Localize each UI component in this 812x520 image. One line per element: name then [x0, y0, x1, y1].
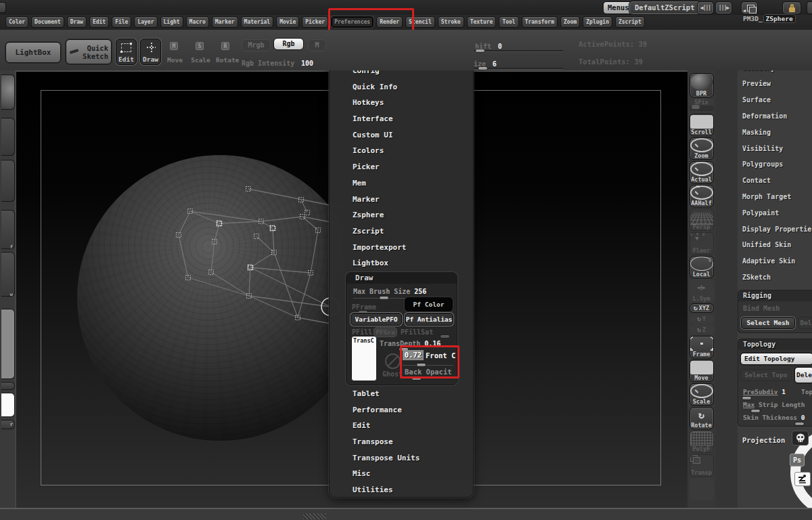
variable-pfo-button[interactable]: VariablePFO: [351, 313, 402, 326]
shelf-button[interactable]: Move: [690, 360, 714, 382]
alpha-thumbnail[interactable]: [1, 160, 15, 202]
rgb-button[interactable]: Rgb: [273, 38, 304, 50]
skull-icon[interactable]: [792, 431, 809, 446]
preferences-menu-item[interactable]: Icolors: [330, 143, 474, 159]
draw-size-knob[interactable]: [478, 66, 488, 70]
edit-topology-button[interactable]: Edit Topology: [740, 353, 812, 365]
material-thumbnail[interactable]: w: [1, 252, 15, 297]
preferences-menu-item[interactable]: Tablet: [330, 386, 474, 402]
shelf-button[interactable]: L.Sym: [690, 280, 714, 302]
quick-sketch-button[interactable]: Quick Sketch: [66, 39, 112, 64]
shelf-button[interactable]: Scroll: [690, 114, 714, 136]
menubar-item[interactable]: Preferences: [331, 16, 374, 28]
menubar-item[interactable]: Zscript: [615, 16, 645, 28]
menubar-item[interactable]: Layer: [134, 16, 157, 28]
max-brush-size-slider[interactable]: Max Brush Size 256: [353, 288, 426, 295]
draw-button[interactable]: Draw: [140, 39, 161, 65]
pf-color-swatch-button[interactable]: Pf Color: [405, 297, 453, 311]
shelf-button[interactable]: PolyF: [690, 431, 714, 453]
menubar-item[interactable]: Material: [241, 16, 274, 28]
pf-antialias-button[interactable]: Pf Antialias: [405, 313, 453, 326]
shelf-button[interactable]: AAHalf: [690, 185, 714, 207]
preferences-menu-item[interactable]: Hotkeys: [330, 95, 474, 111]
preferences-menu-item[interactable]: Zsphere: [330, 207, 474, 223]
edit-button[interactable]: Edit: [116, 39, 137, 65]
preferences-menu-item[interactable]: Transpose: [330, 434, 474, 450]
delete-topo-button-partial[interactable]: Dele: [794, 367, 812, 383]
shelf-button[interactable]: Z: [690, 325, 714, 334]
preferences-menu-item[interactable]: Lightbox: [330, 255, 474, 272]
palette-section-item[interactable]: ZSketch: [738, 269, 812, 286]
default-zscript-button[interactable]: DefaultZScript: [629, 1, 701, 15]
palette-section-item[interactable]: Morph Target: [738, 189, 812, 205]
skin-thickness-slider[interactable]: Skin Thickness 0: [743, 414, 805, 421]
palette-section-item[interactable]: Adaptive Skin: [738, 253, 812, 269]
partial-button-left[interactable]: [0, 2, 6, 13]
palette-section-item[interactable]: Visibility: [738, 141, 812, 157]
shelf-button[interactable]: Scale: [690, 383, 714, 406]
scroll-left-icon[interactable]: ◀|||: [697, 1, 714, 14]
select-mesh-button[interactable]: Select Mesh: [741, 317, 795, 329]
shelf-button[interactable]: Frame: [690, 336, 714, 358]
stroke-thumbnail[interactable]: [1, 118, 15, 156]
menubar-item[interactable]: Marker: [212, 16, 238, 28]
palette-section-item[interactable]: Deformation: [738, 108, 812, 125]
preferences-menu-item[interactable]: Interface: [330, 111, 474, 127]
preferences-menu-item[interactable]: Transpose Units: [330, 450, 474, 467]
palette-section-item[interactable]: Display Propertie: [738, 221, 812, 238]
draw-subpanel-header[interactable]: Draw: [346, 273, 457, 284]
zbrush-logo-icon[interactable]: [794, 472, 811, 486]
brush-thumbnail[interactable]: [1, 74, 15, 110]
menubar-item[interactable]: Tool: [499, 16, 518, 28]
focal-shift-knob[interactable]: [475, 49, 485, 53]
presubdiv-knob[interactable]: [742, 396, 752, 400]
shelf-button[interactable]: Persp: [690, 209, 714, 231]
shelf-button[interactable]: SPix: [690, 99, 714, 112]
menubar-item[interactable]: Texture: [467, 16, 497, 28]
shelf-button[interactable]: Actual: [690, 161, 714, 183]
palette-section-item[interactable]: Polypaint: [738, 205, 812, 221]
palette-section-item[interactable]: Surface: [738, 92, 812, 108]
secondary-color-swatch[interactable]: [1, 393, 15, 417]
skin-thickness-knob[interactable]: [794, 422, 805, 426]
switch-color-button[interactable]: r: [1, 420, 15, 429]
shelf-button[interactable]: Transp: [690, 454, 714, 477]
palette-section-item[interactable]: Preview: [738, 76, 812, 92]
preferences-menu-item[interactable]: Utilities: [330, 482, 474, 498]
preferences-menu-item[interactable]: Picker: [330, 159, 474, 175]
photoshop-badge-icon[interactable]: Ps: [790, 454, 805, 467]
top-slider-partial[interactable]: Top: [801, 388, 812, 395]
shelf-button[interactable]: Y: [690, 314, 714, 324]
shelf-button[interactable]: Zoom: [690, 137, 714, 160]
presubdiv-slider[interactable]: PreSubdiv 1: [743, 388, 786, 395]
preferences-menu-item[interactable]: Marker: [330, 192, 474, 208]
menubar-item[interactable]: Stroke: [438, 16, 464, 28]
shelf-button[interactable]: BPR: [690, 73, 714, 98]
topology-header[interactable]: Topology: [738, 339, 812, 350]
shelf-button[interactable]: Floor: [690, 232, 714, 255]
trans-color-swatch[interactable]: TransC: [351, 336, 377, 381]
preferences-menu-item[interactable]: Zscript: [330, 223, 474, 240]
preferences-menu-item[interactable]: Mem: [330, 175, 474, 192]
palette-section-item[interactable]: Contact: [738, 173, 812, 189]
palette-section-item[interactable]: Polygroups: [738, 156, 812, 173]
partial-button-right[interactable]: [807, 1, 812, 14]
shelf-button[interactable]: Rotate: [690, 407, 714, 429]
tray-resize-grip[interactable]: [303, 513, 326, 519]
menubar-item[interactable]: Picker: [302, 16, 328, 28]
prev-panel-icon[interactable]: ◀: [741, 1, 758, 14]
palette-section-item[interactable]: Masking: [738, 125, 812, 141]
tool-tab-active[interactable]: ZSphere: [763, 14, 796, 23]
scroll-right-icon[interactable]: |||▶: [715, 1, 732, 14]
zsphere-model[interactable]: [77, 155, 363, 441]
preferences-menu-item[interactable]: Misc: [330, 466, 474, 482]
projection-header[interactable]: Projection: [738, 433, 785, 449]
gradient-toggle[interactable]: [1, 382, 15, 390]
lock-icon[interactable]: [782, 1, 801, 14]
max-brush-knob[interactable]: [379, 296, 389, 300]
palette-section-item[interactable]: Unified Skin: [738, 237, 812, 253]
menubar-item[interactable]: Light: [160, 16, 183, 28]
menubar-item[interactable]: Transform: [522, 16, 558, 28]
shelf-button[interactable]: [690, 478, 714, 500]
texture-thumbnail[interactable]: f: [1, 210, 15, 249]
